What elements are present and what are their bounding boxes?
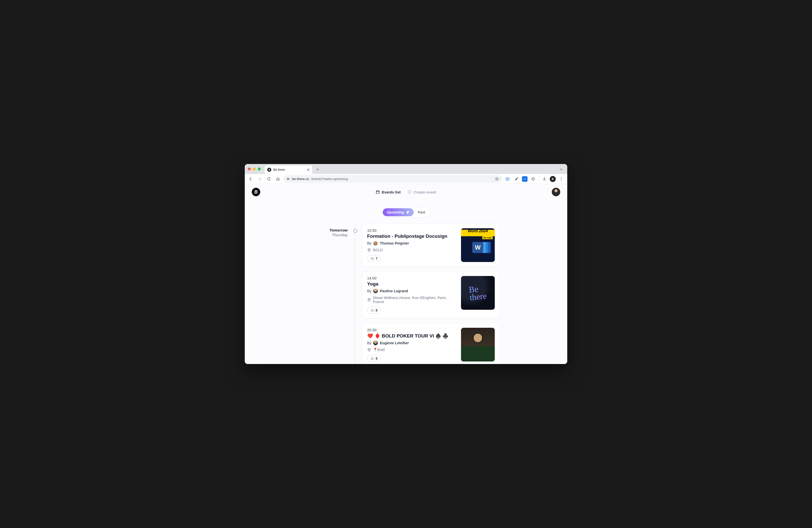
page: B Events list Create event: [245, 184, 567, 364]
day-label: Tomorrow: [312, 228, 348, 232]
nav-events-list-label: Events list: [382, 190, 401, 194]
app-header: B Events list Create event: [245, 184, 567, 200]
svg-point-18: [371, 357, 372, 358]
event-title: Yoga: [367, 281, 456, 287]
event-thumbnail: Bethere: [461, 276, 495, 310]
tabs-dropdown-button[interactable]: [558, 166, 564, 173]
extension-eyedropper-icon[interactable]: [513, 176, 520, 182]
attendee-count-pill: 6: [367, 307, 381, 314]
filter-upcoming[interactable]: Upcoming: [383, 208, 414, 216]
state-filter: Upcoming Past: [381, 207, 431, 218]
svg-point-9: [561, 180, 562, 180]
word-app-icon: W: [472, 242, 483, 253]
forward-button[interactable]: [256, 176, 263, 182]
event-time: 14:00: [367, 276, 456, 280]
site-settings-icon[interactable]: [286, 177, 290, 181]
event-host: Thomas Peignier: [380, 241, 409, 245]
svg-point-11: [368, 249, 369, 250]
minimize-window-button[interactable]: [253, 167, 256, 171]
people-icon: [371, 357, 374, 361]
svg-point-1: [289, 178, 289, 179]
event-time: 10:30: [367, 228, 456, 233]
reload-button[interactable]: [265, 176, 272, 182]
downloads-button[interactable]: [541, 176, 548, 182]
event-by-prefix: By: [367, 341, 372, 345]
browser-tab[interactable]: B Be there: [265, 165, 312, 174]
day-header: Tomorrow Thursday: [312, 223, 355, 364]
titlebar: B Be there +: [245, 164, 567, 174]
favicon-icon: B: [267, 168, 271, 172]
browser-profile-button[interactable]: B: [550, 176, 556, 182]
attendee-count: 9: [376, 356, 378, 361]
svg-point-0: [287, 178, 288, 178]
sparkle-icon: [407, 190, 411, 194]
burst-icon: [406, 210, 410, 214]
browser-menu-button[interactable]: [558, 176, 565, 182]
attendee-count: 6: [376, 308, 378, 312]
svg-point-4: [507, 178, 508, 179]
event-location: 📍Bold: [373, 348, 385, 352]
url-host: be-there.co: [292, 177, 309, 181]
event-thumbnail: Word 2024 les nuls W: [461, 228, 495, 262]
svg-point-14: [368, 299, 369, 300]
maximize-window-button[interactable]: [258, 167, 261, 171]
event-location: BOLD: [373, 248, 383, 252]
app-nav: Events list Create event: [260, 190, 552, 194]
host-avatar: [373, 341, 378, 345]
filter-past[interactable]: Past: [414, 208, 429, 216]
host-avatar: [373, 289, 378, 293]
calendar-icon: [376, 190, 380, 194]
nav-events-list[interactable]: Events list: [376, 190, 401, 194]
browser-toolbar: be-there.co/events?state=upcoming B: [245, 174, 567, 184]
event-location: Slowe Wellness House, Rue d'Enghien, Par…: [373, 296, 456, 304]
new-tab-button[interactable]: +: [316, 167, 319, 172]
user-avatar[interactable]: [552, 188, 560, 196]
attendee-count: 7: [376, 256, 378, 261]
event-host: Pauline Legrand: [380, 289, 408, 293]
host-avatar: [373, 241, 378, 246]
svg-point-15: [371, 309, 372, 310]
filter-past-label: Past: [418, 210, 425, 214]
close-tab-button[interactable]: [307, 168, 310, 171]
svg-point-5: [524, 178, 524, 179]
svg-point-17: [368, 349, 369, 350]
back-button[interactable]: [247, 176, 254, 182]
attendee-count-pill: 7: [367, 255, 381, 262]
event-card[interactable]: 10:30 Formation - Publipostage Docusign …: [362, 223, 500, 267]
event-by-prefix: By: [367, 289, 372, 293]
people-icon: [371, 257, 374, 261]
location-pin-icon: [367, 298, 371, 302]
home-button[interactable]: [274, 176, 281, 182]
event-card[interactable]: 14:00 Yoga By Pauline Legrand: [362, 271, 500, 319]
location-pin-icon: [367, 348, 371, 352]
thumb-logo-text: Bethere: [468, 284, 487, 302]
extension-icon[interactable]: [504, 176, 511, 182]
tab-title: Be there: [273, 168, 285, 172]
svg-point-12: [371, 258, 372, 259]
app-logo[interactable]: B: [252, 188, 260, 196]
svg-point-13: [373, 258, 373, 258]
browser-window: B Be there + be-there.co/eve: [245, 164, 567, 364]
address-bar[interactable]: be-there.co/events?state=upcoming: [283, 175, 502, 183]
timeline-rail: [355, 223, 355, 364]
bookmark-star-icon[interactable]: [495, 177, 499, 181]
svg-point-2: [287, 179, 288, 180]
svg-point-16: [373, 309, 373, 310]
extensions-button[interactable]: [530, 176, 536, 182]
event-by-prefix: By: [367, 241, 372, 245]
svg-point-19: [373, 357, 373, 358]
extension-smiley-icon[interactable]: [522, 176, 527, 182]
day-weekday: Thursday: [312, 233, 348, 237]
nav-create-event[interactable]: Create event: [407, 190, 436, 194]
url-path: /events?state=upcoming: [311, 177, 348, 181]
attendee-count-pill: 9: [367, 355, 381, 362]
event-title: Formation - Publipostage Docusign: [367, 234, 456, 239]
thumb-title: Word 2024: [461, 229, 495, 233]
close-window-button[interactable]: [248, 167, 251, 171]
event-title: ❤️ ♦️ BOLD POKER TOUR VI ♠️ ♣️: [367, 333, 456, 339]
filter-upcoming-label: Upcoming: [387, 210, 404, 214]
window-controls: [248, 167, 261, 171]
event-card[interactable]: 20:30 ❤️ ♦️ BOLD POKER TOUR VI ♠️ ♣️ By …: [362, 323, 500, 364]
people-icon: [371, 308, 374, 312]
thumb-subtitle: les nuls: [482, 236, 493, 239]
